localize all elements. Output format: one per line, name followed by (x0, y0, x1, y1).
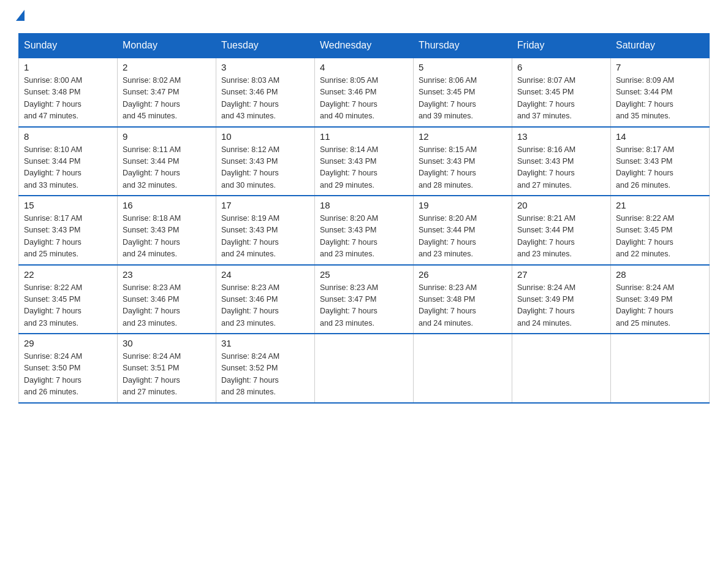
day-number: 25 (320, 269, 408, 280)
calendar-cell: 11 Sunrise: 8:14 AMSunset: 3:43 PMDaylig… (315, 127, 414, 196)
calendar-cell (611, 334, 710, 403)
day-info: Sunrise: 8:23 AMSunset: 3:46 PMDaylight:… (123, 282, 211, 330)
calendar-cell: 17 Sunrise: 8:19 AMSunset: 3:43 PMDaylig… (216, 196, 315, 265)
calendar-cell: 6 Sunrise: 8:07 AMSunset: 3:45 PMDayligh… (512, 58, 611, 127)
day-number: 26 (419, 269, 507, 280)
day-number: 1 (24, 62, 112, 72)
day-info: Sunrise: 8:17 AMSunset: 3:43 PMDaylight:… (24, 213, 112, 261)
day-number: 7 (616, 62, 704, 72)
day-number: 30 (123, 338, 211, 348)
calendar-week-row: 1 Sunrise: 8:00 AMSunset: 3:48 PMDayligh… (19, 58, 710, 127)
calendar-cell: 1 Sunrise: 8:00 AMSunset: 3:48 PMDayligh… (19, 58, 118, 127)
day-info: Sunrise: 8:24 AMSunset: 3:49 PMDaylight:… (517, 282, 605, 330)
calendar-cell: 4 Sunrise: 8:05 AMSunset: 3:46 PMDayligh… (315, 58, 414, 127)
calendar-cell: 29 Sunrise: 8:24 AMSunset: 3:50 PMDaylig… (19, 334, 118, 403)
calendar-cell: 16 Sunrise: 8:18 AMSunset: 3:43 PMDaylig… (118, 196, 216, 265)
day-info: Sunrise: 8:15 AMSunset: 3:43 PMDaylight:… (419, 144, 507, 192)
day-info: Sunrise: 8:17 AMSunset: 3:43 PMDaylight:… (616, 144, 704, 192)
day-info: Sunrise: 8:21 AMSunset: 3:44 PMDaylight:… (517, 213, 605, 261)
page-header (18, 12, 710, 21)
day-number: 21 (616, 200, 704, 210)
calendar-cell (315, 334, 414, 403)
calendar-cell: 2 Sunrise: 8:02 AMSunset: 3:47 PMDayligh… (118, 58, 216, 127)
calendar-cell: 23 Sunrise: 8:23 AMSunset: 3:46 PMDaylig… (118, 265, 216, 334)
day-info: Sunrise: 8:20 AMSunset: 3:44 PMDaylight:… (419, 213, 507, 261)
calendar-cell (512, 334, 611, 403)
day-number: 12 (419, 131, 507, 142)
day-number: 27 (517, 269, 605, 280)
day-number: 19 (419, 200, 507, 210)
calendar-header-row: SundayMondayTuesdayWednesdayThursdayFrid… (19, 34, 710, 58)
calendar-cell: 5 Sunrise: 8:06 AMSunset: 3:45 PMDayligh… (414, 58, 512, 127)
calendar-cell: 8 Sunrise: 8:10 AMSunset: 3:44 PMDayligh… (19, 127, 118, 196)
calendar-cell: 7 Sunrise: 8:09 AMSunset: 3:44 PMDayligh… (611, 58, 710, 127)
day-number: 29 (24, 338, 112, 348)
calendar-cell: 15 Sunrise: 8:17 AMSunset: 3:43 PMDaylig… (19, 196, 118, 265)
day-info: Sunrise: 8:18 AMSunset: 3:43 PMDaylight:… (123, 213, 211, 261)
calendar-cell: 27 Sunrise: 8:24 AMSunset: 3:49 PMDaylig… (512, 265, 611, 334)
calendar-week-row: 29 Sunrise: 8:24 AMSunset: 3:50 PMDaylig… (19, 334, 710, 403)
calendar-cell: 21 Sunrise: 8:22 AMSunset: 3:45 PMDaylig… (611, 196, 710, 265)
day-info: Sunrise: 8:23 AMSunset: 3:48 PMDaylight:… (419, 282, 507, 330)
calendar-cell: 12 Sunrise: 8:15 AMSunset: 3:43 PMDaylig… (414, 127, 512, 196)
calendar-cell: 10 Sunrise: 8:12 AMSunset: 3:43 PMDaylig… (216, 127, 315, 196)
day-number: 16 (123, 200, 211, 210)
calendar-cell: 18 Sunrise: 8:20 AMSunset: 3:43 PMDaylig… (315, 196, 414, 265)
day-info: Sunrise: 8:22 AMSunset: 3:45 PMDaylight:… (616, 213, 704, 261)
day-info: Sunrise: 8:19 AMSunset: 3:43 PMDaylight:… (221, 213, 309, 261)
day-number: 6 (517, 62, 605, 72)
day-number: 22 (24, 269, 112, 280)
calendar-week-row: 15 Sunrise: 8:17 AMSunset: 3:43 PMDaylig… (19, 196, 710, 265)
day-number: 17 (221, 200, 309, 210)
calendar-header-saturday: Saturday (611, 34, 710, 58)
day-info: Sunrise: 8:02 AMSunset: 3:47 PMDaylight:… (123, 75, 211, 123)
calendar-header-friday: Friday (512, 34, 611, 58)
calendar-header-tuesday: Tuesday (216, 34, 315, 58)
calendar-cell: 22 Sunrise: 8:22 AMSunset: 3:45 PMDaylig… (19, 265, 118, 334)
calendar-cell: 19 Sunrise: 8:20 AMSunset: 3:44 PMDaylig… (414, 196, 512, 265)
calendar-header-thursday: Thursday (414, 34, 512, 58)
calendar-cell: 31 Sunrise: 8:24 AMSunset: 3:52 PMDaylig… (216, 334, 315, 403)
day-number: 24 (221, 269, 309, 280)
day-number: 4 (320, 62, 408, 72)
calendar-table: SundayMondayTuesdayWednesdayThursdayFrid… (18, 33, 710, 404)
day-info: Sunrise: 8:03 AMSunset: 3:46 PMDaylight:… (221, 75, 309, 123)
day-info: Sunrise: 8:24 AMSunset: 3:50 PMDaylight:… (24, 351, 112, 399)
day-number: 3 (221, 62, 309, 72)
calendar-cell: 26 Sunrise: 8:23 AMSunset: 3:48 PMDaylig… (414, 265, 512, 334)
calendar-week-row: 8 Sunrise: 8:10 AMSunset: 3:44 PMDayligh… (19, 127, 710, 196)
day-info: Sunrise: 8:24 AMSunset: 3:51 PMDaylight:… (123, 351, 211, 399)
day-info: Sunrise: 8:14 AMSunset: 3:43 PMDaylight:… (320, 144, 408, 192)
day-number: 2 (123, 62, 211, 72)
day-info: Sunrise: 8:24 AMSunset: 3:52 PMDaylight:… (221, 351, 309, 399)
day-number: 10 (221, 131, 309, 142)
day-number: 15 (24, 200, 112, 210)
day-number: 11 (320, 131, 408, 142)
day-number: 14 (616, 131, 704, 142)
day-number: 31 (221, 338, 309, 348)
day-info: Sunrise: 8:20 AMSunset: 3:43 PMDaylight:… (320, 213, 408, 261)
day-info: Sunrise: 8:11 AMSunset: 3:44 PMDaylight:… (123, 144, 211, 192)
calendar-cell: 9 Sunrise: 8:11 AMSunset: 3:44 PMDayligh… (118, 127, 216, 196)
day-info: Sunrise: 8:23 AMSunset: 3:47 PMDaylight:… (320, 282, 408, 330)
day-number: 28 (616, 269, 704, 280)
day-info: Sunrise: 8:05 AMSunset: 3:46 PMDaylight:… (320, 75, 408, 123)
day-info: Sunrise: 8:23 AMSunset: 3:46 PMDaylight:… (221, 282, 309, 330)
day-number: 18 (320, 200, 408, 210)
calendar-cell: 14 Sunrise: 8:17 AMSunset: 3:43 PMDaylig… (611, 127, 710, 196)
day-number: 5 (419, 62, 507, 72)
calendar-cell: 3 Sunrise: 8:03 AMSunset: 3:46 PMDayligh… (216, 58, 315, 127)
day-number: 9 (123, 131, 211, 142)
day-number: 13 (517, 131, 605, 142)
calendar-cell: 25 Sunrise: 8:23 AMSunset: 3:47 PMDaylig… (315, 265, 414, 334)
day-info: Sunrise: 8:00 AMSunset: 3:48 PMDaylight:… (24, 75, 112, 123)
calendar-cell: 24 Sunrise: 8:23 AMSunset: 3:46 PMDaylig… (216, 265, 315, 334)
calendar-header-sunday: Sunday (19, 34, 118, 58)
day-info: Sunrise: 8:24 AMSunset: 3:49 PMDaylight:… (616, 282, 704, 330)
day-info: Sunrise: 8:16 AMSunset: 3:43 PMDaylight:… (517, 144, 605, 192)
day-info: Sunrise: 8:07 AMSunset: 3:45 PMDaylight:… (517, 75, 605, 123)
calendar-cell (414, 334, 512, 403)
calendar-cell: 30 Sunrise: 8:24 AMSunset: 3:51 PMDaylig… (118, 334, 216, 403)
calendar-week-row: 22 Sunrise: 8:22 AMSunset: 3:45 PMDaylig… (19, 265, 710, 334)
calendar-cell: 20 Sunrise: 8:21 AMSunset: 3:44 PMDaylig… (512, 196, 611, 265)
